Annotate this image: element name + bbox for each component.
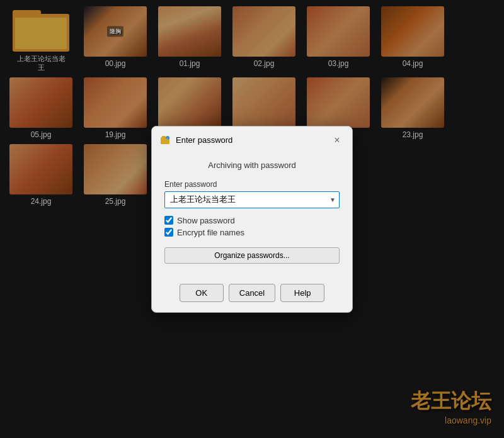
enter-password-dialog: i Enter password × Archiving with passwo…: [151, 126, 353, 313]
show-password-checkbox[interactable]: [164, 216, 173, 225]
dialog-close-button[interactable]: ×: [329, 133, 345, 148]
ok-button[interactable]: OK: [180, 284, 224, 302]
password-input[interactable]: [164, 191, 340, 208]
encrypt-names-label[interactable]: Encrypt file names: [177, 228, 244, 237]
dialog-subtitle: Archiving with password: [164, 160, 340, 170]
password-dropdown-button[interactable]: ▼: [327, 194, 338, 206]
winrar-icon: i: [159, 135, 171, 146]
dialog-buttons: OK Cancel Help: [152, 284, 352, 312]
dialog-body: Archiving with password Enter password ▼…: [152, 152, 352, 284]
dialog-overlay: i Enter password × Archiving with passwo…: [0, 0, 504, 438]
dialog-titlebar: i Enter password ×: [152, 126, 352, 152]
encrypt-names-checkbox[interactable]: [164, 228, 173, 237]
cancel-button[interactable]: Cancel: [229, 284, 275, 302]
password-input-container: ▼: [164, 191, 340, 208]
show-password-label[interactable]: Show password: [177, 216, 235, 225]
dialog-title-left: i Enter password: [159, 135, 232, 146]
dialog-title-text: Enter password: [176, 135, 232, 145]
organize-btn-container: Organize passwords...: [164, 247, 340, 264]
encrypt-names-row: Encrypt file names: [164, 228, 340, 237]
show-password-row: Show password: [164, 216, 340, 225]
password-field-label: Enter password: [164, 180, 340, 189]
organize-passwords-button[interactable]: Organize passwords...: [164, 247, 340, 264]
svg-rect-1: [162, 136, 166, 138]
help-button[interactable]: Help: [280, 284, 324, 302]
checkboxes-container: Show password Encrypt file names: [164, 216, 340, 237]
svg-text:i: i: [167, 137, 168, 140]
